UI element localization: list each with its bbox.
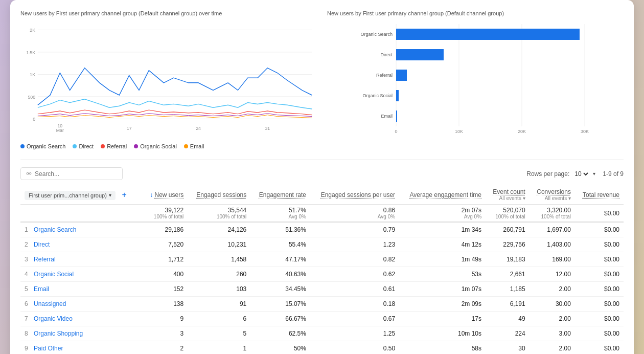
legend-email: Email	[184, 143, 204, 149]
event-count-filter-icon[interactable]: ▾	[523, 195, 525, 201]
row-channel-cell: 4 Organic Social	[20, 267, 143, 282]
row-channel-name[interactable]: Organic Shopping	[34, 330, 83, 337]
row-channel-name[interactable]: Unassigned	[34, 300, 66, 307]
row-number: 6	[25, 300, 28, 307]
search-box[interactable]: ⚮	[20, 167, 123, 180]
filter-add-button[interactable]: +	[119, 190, 129, 200]
row-channel-name[interactable]: Referral	[34, 256, 56, 263]
chevron-down-icon: ▾	[593, 171, 595, 176]
row-number: 2	[25, 241, 28, 248]
row-new-users: 1,712	[143, 252, 188, 267]
col-label-engaged-sessions: Engaged sessions	[196, 191, 246, 198]
row-engagement-rate: 51.36%	[250, 222, 310, 237]
table-header-row: First user prim...channel group) ▾ + ↓ N…	[20, 185, 624, 205]
col-header-engaged-sessions[interactable]: Engaged sessions	[188, 185, 250, 205]
row-channel-cell: 9 Paid Other	[20, 341, 143, 355]
row-conversions: 1,403.00	[530, 237, 575, 252]
totals-conversions: 3,320.00 100% of total	[530, 205, 575, 223]
svg-text:20K: 20K	[518, 129, 526, 134]
row-channel-name[interactable]: Paid Other	[34, 345, 63, 352]
filter-chip-label: First user prim...channel group)	[29, 192, 107, 198]
row-channel-cell: 6 Unassigned	[20, 297, 143, 312]
row-engagement-rate: 40.63%	[250, 267, 310, 282]
row-event-count: 30	[486, 341, 530, 355]
row-channel-name[interactable]: Organic Video	[34, 315, 73, 322]
svg-text:31: 31	[265, 126, 270, 131]
row-new-users: 7,520	[143, 237, 188, 252]
svg-text:10K: 10K	[455, 129, 463, 134]
table-row: 2 Direct 7,520 10,231 55.4% 1.23 4m 12s …	[20, 237, 624, 252]
data-table: First user prim...channel group) ▾ + ↓ N…	[20, 185, 624, 354]
totals-new-users: 39,122 100% of total	[143, 205, 188, 223]
table-row: 1 Organic Search 29,186 24,126 51.36% 0.…	[20, 222, 624, 237]
row-new-users: 9	[143, 312, 188, 326]
row-engaged-per-user: 0.67	[310, 312, 399, 326]
col-header-avg-engagement[interactable]: Average engagement time	[399, 185, 486, 205]
legend-dot-organic-search	[20, 144, 25, 148]
row-total-revenue: $0.00	[575, 222, 624, 237]
bar-chart-svg: Organic Search Direct Referral Organic S…	[327, 21, 624, 139]
legend-organic-search: Organic Search	[20, 143, 65, 149]
row-engaged-sessions: 24,126	[188, 222, 250, 237]
bar-organic-social	[396, 90, 399, 101]
row-engaged-per-user: 0.82	[310, 252, 399, 267]
table-row: 6 Unassigned 138 91 15.07% 0.18 2m 09s 6…	[20, 297, 624, 312]
totals-avg-engagement: 2m 07s Avg 0%	[399, 205, 486, 223]
row-engagement-rate: 66.67%	[250, 312, 310, 326]
line-chart-svg: 2K 1.5K 1K 500 0 10 Mar 17 24 31	[20, 21, 317, 139]
row-engagement-rate: 47.17%	[250, 252, 310, 267]
row-channel-name[interactable]: Organic Social	[34, 271, 74, 278]
table-totals-row: 39,122 100% of total 35,544 100% of tota…	[20, 205, 624, 223]
channel-filter-chip[interactable]: First user prim...channel group) ▾	[25, 191, 116, 200]
col-header-conversions[interactable]: Conversions All events ▾	[530, 185, 575, 205]
conversions-filter-icon[interactable]: ▾	[568, 195, 571, 201]
legend-dot-direct	[73, 144, 77, 148]
row-engaged-per-user: 1.25	[310, 326, 399, 341]
table-row: 8 Organic Shopping 3 5 62.5% 1.25 10m 10…	[20, 326, 624, 341]
svg-text:2K: 2K	[30, 28, 35, 33]
rows-per-page-select[interactable]: 10 25 50	[572, 170, 590, 178]
row-channel-cell: 5 Email	[20, 282, 143, 297]
row-avg-engagement: 53s	[399, 267, 486, 282]
table-row: 9 Paid Other 2 1 50% 0.50 58s 30 2.00 $0…	[20, 341, 624, 355]
col-header-engaged-per-user[interactable]: Engaged sessions per user	[310, 185, 399, 205]
row-conversions: 169.00	[530, 252, 575, 267]
legend-label-email: Email	[190, 143, 204, 149]
col-header-channel[interactable]: First user prim...channel group) ▾ +	[20, 185, 143, 205]
svg-text:Organic Social: Organic Social	[362, 93, 393, 98]
col-header-engagement-rate[interactable]: Engagement rate	[250, 185, 310, 205]
svg-text:0: 0	[395, 129, 397, 134]
col-label-total-revenue: Total revenue	[583, 191, 619, 198]
svg-text:1.5K: 1.5K	[26, 50, 35, 55]
legend-dot-referral	[101, 144, 105, 148]
row-engaged-sessions: 10,231	[188, 237, 250, 252]
row-avg-engagement: 1m 07s	[399, 282, 486, 297]
totals-engaged-per-user: 0.86 Avg 0%	[310, 205, 399, 223]
row-engagement-rate: 34.45%	[250, 282, 310, 297]
row-number: 8	[25, 330, 28, 337]
bar-referral	[396, 70, 407, 81]
row-avg-engagement: 1m 34s	[399, 222, 486, 237]
row-engaged-sessions: 6	[188, 312, 250, 326]
row-engaged-sessions: 103	[188, 282, 250, 297]
col-label-conversions: Conversions	[537, 188, 571, 195]
svg-text:Direct: Direct	[380, 52, 393, 57]
svg-text:500: 500	[28, 95, 36, 100]
table-row: 3 Referral 1,712 1,458 47.17% 0.82 1m 49…	[20, 252, 624, 267]
row-engaged-sessions: 1	[188, 341, 250, 355]
row-conversions: 2.00	[530, 341, 575, 355]
row-total-revenue: $0.00	[575, 237, 624, 252]
col-header-total-revenue[interactable]: Total revenue	[575, 185, 624, 205]
row-new-users: 138	[143, 297, 188, 312]
col-sub-conversions: All events ▾	[534, 195, 571, 201]
search-input[interactable]	[35, 170, 111, 178]
col-header-event-count[interactable]: Event count All events ▾	[486, 185, 530, 205]
row-number: 1	[25, 226, 28, 233]
row-engaged-per-user: 0.50	[310, 341, 399, 355]
row-channel-name[interactable]: Email	[34, 285, 49, 293]
svg-text:Organic Search: Organic Search	[360, 32, 393, 37]
col-header-new-users[interactable]: ↓ New users	[143, 185, 188, 205]
row-channel-name[interactable]: Direct	[34, 241, 50, 248]
row-channel-name[interactable]: Organic Search	[34, 226, 76, 233]
row-total-revenue: $0.00	[575, 297, 624, 312]
